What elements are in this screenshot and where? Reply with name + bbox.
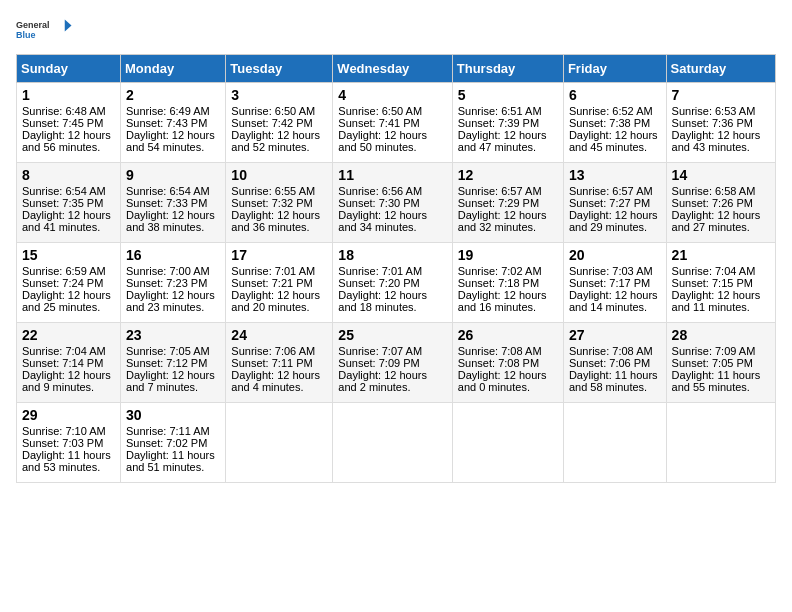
daylight-hours: Daylight: 12 hours and 7 minutes. [126, 369, 215, 393]
daylight-hours: Daylight: 12 hours and 9 minutes. [22, 369, 111, 393]
day-number: 11 [338, 167, 446, 183]
sunrise-time: Sunrise: 6:55 AM [231, 185, 315, 197]
daylight-hours: Daylight: 12 hours and 36 minutes. [231, 209, 320, 233]
calendar-cell: 8 Sunrise: 6:54 AM Sunset: 7:35 PM Dayli… [17, 163, 121, 243]
daylight-hours: Daylight: 12 hours and 50 minutes. [338, 129, 427, 153]
daylight-hours: Daylight: 12 hours and 32 minutes. [458, 209, 547, 233]
sunset-time: Sunset: 7:11 PM [231, 357, 312, 369]
weekday-header: Sunday [17, 55, 121, 83]
daylight-hours: Daylight: 12 hours and 20 minutes. [231, 289, 320, 313]
calendar-week-row: 22 Sunrise: 7:04 AM Sunset: 7:14 PM Dayl… [17, 323, 776, 403]
calendar-cell: 18 Sunrise: 7:01 AM Sunset: 7:20 PM Dayl… [333, 243, 452, 323]
day-number: 19 [458, 247, 558, 263]
sunrise-time: Sunrise: 6:50 AM [338, 105, 422, 117]
sunset-time: Sunset: 7:18 PM [458, 277, 539, 289]
calendar-cell: 2 Sunrise: 6:49 AM Sunset: 7:43 PM Dayli… [121, 83, 226, 163]
logo-icon: General Blue [16, 16, 76, 44]
sunset-time: Sunset: 7:03 PM [22, 437, 103, 449]
sunset-time: Sunset: 7:15 PM [672, 277, 753, 289]
sunrise-time: Sunrise: 6:54 AM [22, 185, 106, 197]
day-number: 3 [231, 87, 327, 103]
day-number: 7 [672, 87, 770, 103]
sunrise-time: Sunrise: 6:54 AM [126, 185, 210, 197]
weekday-header: Tuesday [226, 55, 333, 83]
sunrise-time: Sunrise: 7:00 AM [126, 265, 210, 277]
calendar-cell: 19 Sunrise: 7:02 AM Sunset: 7:18 PM Dayl… [452, 243, 563, 323]
day-number: 5 [458, 87, 558, 103]
calendar-cell [563, 403, 666, 483]
calendar-cell: 17 Sunrise: 7:01 AM Sunset: 7:21 PM Dayl… [226, 243, 333, 323]
daylight-hours: Daylight: 12 hours and 56 minutes. [22, 129, 111, 153]
svg-marker-2 [65, 20, 72, 32]
calendar-cell: 21 Sunrise: 7:04 AM Sunset: 7:15 PM Dayl… [666, 243, 775, 323]
day-number: 16 [126, 247, 220, 263]
sunset-time: Sunset: 7:43 PM [126, 117, 207, 129]
sunset-time: Sunset: 7:26 PM [672, 197, 753, 209]
daylight-hours: Daylight: 11 hours and 51 minutes. [126, 449, 215, 473]
sunset-time: Sunset: 7:36 PM [672, 117, 753, 129]
calendar-cell: 3 Sunrise: 6:50 AM Sunset: 7:42 PM Dayli… [226, 83, 333, 163]
day-number: 26 [458, 327, 558, 343]
sunset-time: Sunset: 7:39 PM [458, 117, 539, 129]
page-header: General Blue [16, 16, 776, 44]
calendar-cell: 25 Sunrise: 7:07 AM Sunset: 7:09 PM Dayl… [333, 323, 452, 403]
day-number: 1 [22, 87, 115, 103]
day-number: 28 [672, 327, 770, 343]
daylight-hours: Daylight: 12 hours and 52 minutes. [231, 129, 320, 153]
sunrise-time: Sunrise: 6:52 AM [569, 105, 653, 117]
sunrise-time: Sunrise: 7:02 AM [458, 265, 542, 277]
calendar-cell: 13 Sunrise: 6:57 AM Sunset: 7:27 PM Dayl… [563, 163, 666, 243]
daylight-hours: Daylight: 12 hours and 47 minutes. [458, 129, 547, 153]
daylight-hours: Daylight: 12 hours and 14 minutes. [569, 289, 658, 313]
calendar-week-row: 29 Sunrise: 7:10 AM Sunset: 7:03 PM Dayl… [17, 403, 776, 483]
sunrise-time: Sunrise: 6:56 AM [338, 185, 422, 197]
calendar-cell: 4 Sunrise: 6:50 AM Sunset: 7:41 PM Dayli… [333, 83, 452, 163]
calendar-cell: 10 Sunrise: 6:55 AM Sunset: 7:32 PM Dayl… [226, 163, 333, 243]
sunrise-time: Sunrise: 7:03 AM [569, 265, 653, 277]
sunset-time: Sunset: 7:02 PM [126, 437, 207, 449]
sunset-time: Sunset: 7:24 PM [22, 277, 103, 289]
daylight-hours: Daylight: 12 hours and 29 minutes. [569, 209, 658, 233]
daylight-hours: Daylight: 12 hours and 34 minutes. [338, 209, 427, 233]
daylight-hours: Daylight: 12 hours and 18 minutes. [338, 289, 427, 313]
sunrise-time: Sunrise: 7:09 AM [672, 345, 756, 357]
calendar-cell: 22 Sunrise: 7:04 AM Sunset: 7:14 PM Dayl… [17, 323, 121, 403]
calendar-cell: 1 Sunrise: 6:48 AM Sunset: 7:45 PM Dayli… [17, 83, 121, 163]
weekday-header: Saturday [666, 55, 775, 83]
daylight-hours: Daylight: 12 hours and 45 minutes. [569, 129, 658, 153]
weekday-header: Wednesday [333, 55, 452, 83]
day-number: 29 [22, 407, 115, 423]
calendar-week-row: 1 Sunrise: 6:48 AM Sunset: 7:45 PM Dayli… [17, 83, 776, 163]
sunrise-time: Sunrise: 6:48 AM [22, 105, 106, 117]
day-number: 22 [22, 327, 115, 343]
sunrise-time: Sunrise: 7:06 AM [231, 345, 315, 357]
calendar-cell: 5 Sunrise: 6:51 AM Sunset: 7:39 PM Dayli… [452, 83, 563, 163]
day-number: 14 [672, 167, 770, 183]
sunset-time: Sunset: 7:33 PM [126, 197, 207, 209]
sunset-time: Sunset: 7:21 PM [231, 277, 312, 289]
daylight-hours: Daylight: 11 hours and 55 minutes. [672, 369, 761, 393]
sunset-time: Sunset: 7:08 PM [458, 357, 539, 369]
daylight-hours: Daylight: 12 hours and 11 minutes. [672, 289, 761, 313]
sunset-time: Sunset: 7:35 PM [22, 197, 103, 209]
calendar-cell: 9 Sunrise: 6:54 AM Sunset: 7:33 PM Dayli… [121, 163, 226, 243]
sunrise-time: Sunrise: 6:49 AM [126, 105, 210, 117]
sunrise-time: Sunrise: 6:57 AM [458, 185, 542, 197]
day-number: 6 [569, 87, 661, 103]
sunset-time: Sunset: 7:23 PM [126, 277, 207, 289]
calendar-week-row: 8 Sunrise: 6:54 AM Sunset: 7:35 PM Dayli… [17, 163, 776, 243]
calendar-cell: 11 Sunrise: 6:56 AM Sunset: 7:30 PM Dayl… [333, 163, 452, 243]
calendar-cell: 23 Sunrise: 7:05 AM Sunset: 7:12 PM Dayl… [121, 323, 226, 403]
sunrise-time: Sunrise: 7:05 AM [126, 345, 210, 357]
daylight-hours: Daylight: 12 hours and 0 minutes. [458, 369, 547, 393]
day-number: 4 [338, 87, 446, 103]
day-number: 23 [126, 327, 220, 343]
sunrise-time: Sunrise: 6:53 AM [672, 105, 756, 117]
logo: General Blue [16, 16, 76, 44]
weekday-header: Friday [563, 55, 666, 83]
sunrise-time: Sunrise: 6:59 AM [22, 265, 106, 277]
daylight-hours: Daylight: 11 hours and 58 minutes. [569, 369, 658, 393]
sunrise-time: Sunrise: 7:04 AM [672, 265, 756, 277]
calendar-cell: 7 Sunrise: 6:53 AM Sunset: 7:36 PM Dayli… [666, 83, 775, 163]
sunset-time: Sunset: 7:09 PM [338, 357, 419, 369]
